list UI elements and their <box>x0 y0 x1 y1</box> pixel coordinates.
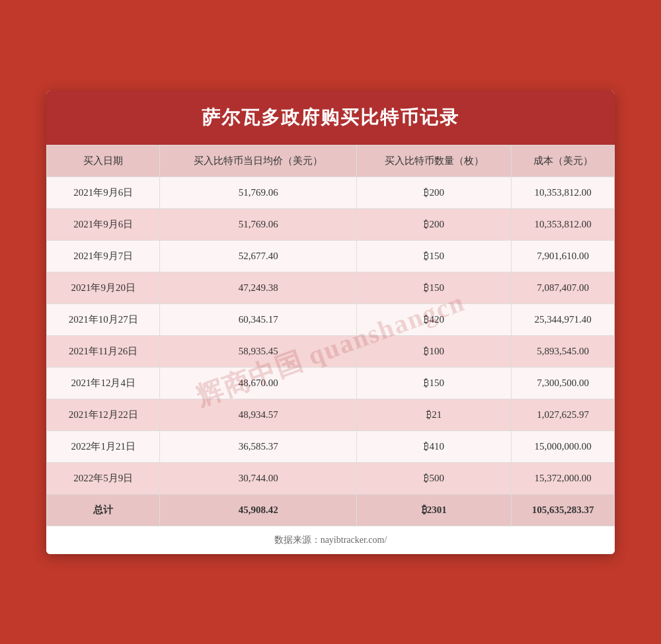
cell-cost: 15,000,000.00 <box>512 430 615 462</box>
table-row: 2021年11月26日58,935.45₿1005,893,545.00 <box>47 335 615 367</box>
cell-cost: 5,893,545.00 <box>512 335 615 367</box>
table-row: 2021年9月20日47,249.38₿1507,087,407.00 <box>47 272 615 303</box>
table-row: 2021年12月4日48,670.00₿1507,300,500.00 <box>47 367 615 399</box>
total-row: 总计45,908.42₿2301105,635,283.37 <box>47 494 615 526</box>
data-table: 买入日期 买入比特币当日均价（美元） 买入比特币数量（枚） 成本（美元） 202… <box>46 145 615 526</box>
total-cell-1: 45,908.42 <box>160 494 357 526</box>
cell-qty: ₿100 <box>356 335 511 367</box>
cell-price: 36,585.37 <box>160 430 357 462</box>
cell-cost: 10,353,812.00 <box>512 177 615 208</box>
cell-price: 60,345.17 <box>160 303 357 335</box>
col-date: 买入日期 <box>47 145 160 177</box>
total-cell-0: 总计 <box>47 494 160 526</box>
cell-date: 2021年12月4日 <box>47 367 160 399</box>
cell-price: 48,934.57 <box>160 399 357 430</box>
cell-cost: 7,901,610.00 <box>512 240 615 272</box>
table-row: 2021年10月27日60,345.17₿42025,344,971.40 <box>47 303 615 335</box>
table-row: 2021年9月6日51,769.06₿20010,353,812.00 <box>47 177 615 208</box>
main-card: 萨尔瓦多政府购买比特币记录 辉商中国 quanshangcn 买入日期 买入比特… <box>46 91 615 554</box>
table-row: 2022年1月21日36,585.37₿41015,000,000.00 <box>47 430 615 462</box>
cell-cost: 1,027,625.97 <box>512 399 615 430</box>
cell-qty: ₿200 <box>356 208 511 240</box>
table-wrapper: 辉商中国 quanshangcn 买入日期 买入比特币当日均价（美元） 买入比特… <box>46 145 615 554</box>
cell-date: 2022年1月21日 <box>47 430 160 462</box>
cell-date: 2021年11月26日 <box>47 335 160 367</box>
source-text: 数据来源：nayibtracker.com/ <box>46 526 615 554</box>
cell-qty: ₿500 <box>356 462 511 494</box>
cell-price: 51,769.06 <box>160 177 357 208</box>
cell-price: 51,769.06 <box>160 208 357 240</box>
cell-qty: ₿200 <box>356 177 511 208</box>
cell-qty: ₿410 <box>356 430 511 462</box>
table-body: 2021年9月6日51,769.06₿20010,353,812.002021年… <box>47 177 615 526</box>
cell-cost: 15,372,000.00 <box>512 462 615 494</box>
cell-qty: ₿150 <box>356 367 511 399</box>
col-price: 买入比特币当日均价（美元） <box>160 145 357 177</box>
cell-date: 2022年5月9日 <box>47 462 160 494</box>
cell-cost: 7,300,500.00 <box>512 367 615 399</box>
cell-price: 48,670.00 <box>160 367 357 399</box>
cell-price: 47,249.38 <box>160 272 357 303</box>
table-row: 2022年5月9日30,744.00₿50015,372,000.00 <box>47 462 615 494</box>
cell-qty: ₿21 <box>356 399 511 430</box>
cell-price: 58,935.45 <box>160 335 357 367</box>
cell-cost: 25,344,971.40 <box>512 303 615 335</box>
total-cell-2: ₿2301 <box>356 494 511 526</box>
table-row: 2021年9月7日52,677.40₿1507,901,610.00 <box>47 240 615 272</box>
cell-price: 52,677.40 <box>160 240 357 272</box>
cell-cost: 10,353,812.00 <box>512 208 615 240</box>
col-qty: 买入比特币数量（枚） <box>356 145 511 177</box>
cell-date: 2021年9月6日 <box>47 208 160 240</box>
cell-cost: 7,087,407.00 <box>512 272 615 303</box>
cell-date: 2021年9月7日 <box>47 240 160 272</box>
cell-qty: ₿150 <box>356 272 511 303</box>
cell-qty: ₿420 <box>356 303 511 335</box>
cell-date: 2021年9月20日 <box>47 272 160 303</box>
col-cost: 成本（美元） <box>512 145 615 177</box>
cell-date: 2021年9月6日 <box>47 177 160 208</box>
table-header-row: 买入日期 买入比特币当日均价（美元） 买入比特币数量（枚） 成本（美元） <box>47 145 615 177</box>
cell-qty: ₿150 <box>356 240 511 272</box>
table-row: 2021年9月6日51,769.06₿20010,353,812.00 <box>47 208 615 240</box>
table-row: 2021年12月22日48,934.57₿211,027,625.97 <box>47 399 615 430</box>
total-cell-3: 105,635,283.37 <box>512 494 615 526</box>
cell-date: 2021年10月27日 <box>47 303 160 335</box>
cell-date: 2021年12月22日 <box>47 399 160 430</box>
page-title: 萨尔瓦多政府购买比特币记录 <box>46 91 615 145</box>
cell-price: 30,744.00 <box>160 462 357 494</box>
